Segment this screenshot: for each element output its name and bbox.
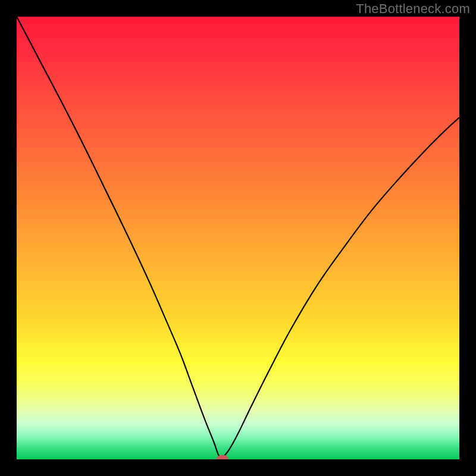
curve-right-branch [221,118,459,459]
chart-frame: TheBottleneck.com [0,0,476,476]
curve-left-branch [17,17,221,459]
plot-area [17,17,459,459]
watermark-text: TheBottleneck.com [356,1,470,17]
curve-layer [17,17,459,459]
